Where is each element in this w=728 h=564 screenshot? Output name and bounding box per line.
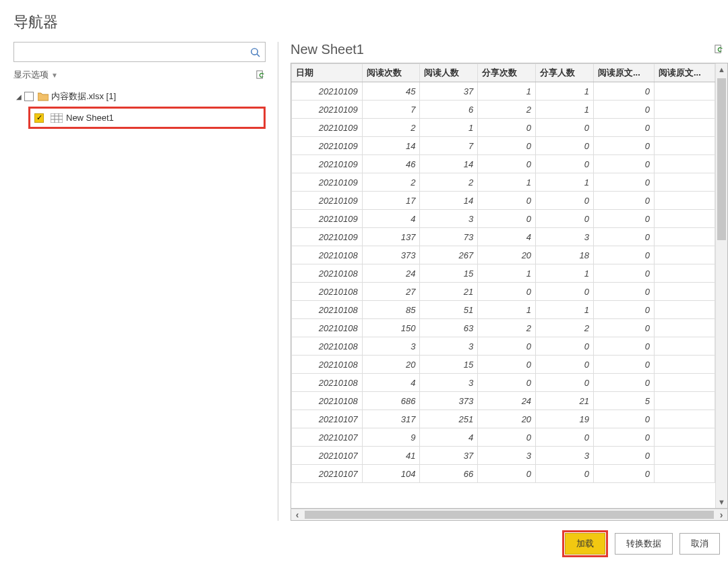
table-cell bbox=[654, 356, 715, 374]
table-cell bbox=[654, 465, 715, 483]
caret-down-icon: ◢ bbox=[16, 93, 24, 101]
table-cell: 20210109 bbox=[292, 228, 363, 246]
table-cell: 0 bbox=[478, 374, 536, 392]
table-cell: 0 bbox=[593, 228, 654, 246]
column-header[interactable]: 分享人数 bbox=[536, 64, 594, 82]
table-cell: 0 bbox=[593, 374, 654, 392]
tree-child-label: New Sheet1 bbox=[66, 113, 114, 123]
search-input[interactable] bbox=[14, 43, 245, 61]
table-cell: 19 bbox=[536, 410, 594, 428]
cancel-button[interactable]: 取消 bbox=[679, 533, 720, 555]
vertical-scrollbar[interactable]: ▲ ▼ bbox=[715, 63, 727, 508]
table-cell: 0 bbox=[593, 155, 654, 173]
table-cell: 0 bbox=[593, 465, 654, 483]
table-cell: 0 bbox=[593, 246, 654, 264]
table-cell: 3 bbox=[362, 337, 420, 356]
table-row[interactable]: 202101082415110 bbox=[292, 264, 715, 283]
checkbox-checked[interactable]: ✓ bbox=[34, 113, 44, 123]
table-row[interactable]: 2021010976210 bbox=[292, 101, 715, 119]
table-row[interactable]: 202101088551110 bbox=[292, 301, 715, 319]
horizontal-scrollbar[interactable]: ‹ › bbox=[291, 509, 728, 521]
table-row[interactable]: 2021010833000 bbox=[292, 337, 715, 356]
table-cell bbox=[654, 319, 715, 337]
table-cell: 15 bbox=[420, 356, 478, 374]
table-cell: 14 bbox=[420, 155, 478, 173]
column-header[interactable]: 阅读原文... bbox=[593, 64, 654, 82]
table-cell: 0 bbox=[478, 283, 536, 301]
table-row[interactable]: 2021010921000 bbox=[292, 119, 715, 137]
table-cell: 0 bbox=[593, 82, 654, 101]
column-header[interactable]: 分享次数 bbox=[478, 64, 536, 82]
scroll-right-icon[interactable]: › bbox=[715, 509, 727, 520]
table-row[interactable]: 2021010710466000 bbox=[292, 465, 715, 483]
table-cell: 0 bbox=[593, 283, 654, 301]
table-cell: 0 bbox=[593, 101, 654, 119]
preview-refresh-icon[interactable] bbox=[714, 45, 724, 55]
table-cell: 17 bbox=[362, 192, 420, 210]
scrollbar-thumb-h[interactable] bbox=[305, 511, 714, 519]
table-row[interactable]: 20210109147000 bbox=[292, 137, 715, 155]
display-options-dropdown[interactable]: 显示选项 ▼ bbox=[13, 69, 58, 81]
preview-title: New Sheet1 bbox=[291, 42, 364, 57]
table-cell: 2 bbox=[536, 319, 594, 337]
table-cell: 20210107 bbox=[292, 447, 363, 465]
table-cell: 20210109 bbox=[292, 173, 363, 192]
table-row[interactable]: 202101074137330 bbox=[292, 447, 715, 465]
table-cell: 1 bbox=[478, 301, 536, 319]
table-cell: 20210109 bbox=[292, 137, 363, 155]
table-row[interactable]: 2021010943000 bbox=[292, 210, 715, 228]
table-cell bbox=[654, 210, 715, 228]
scrollbar-thumb[interactable] bbox=[717, 78, 726, 240]
table-row[interactable]: 2021010794000 bbox=[292, 428, 715, 447]
scroll-down-icon[interactable]: ▼ bbox=[716, 496, 727, 508]
refresh-icon[interactable] bbox=[255, 70, 266, 80]
transform-data-button[interactable]: 转换数据 bbox=[615, 533, 673, 555]
table-cell: 0 bbox=[593, 410, 654, 428]
table-cell: 21 bbox=[420, 283, 478, 301]
table-cell: 14 bbox=[362, 137, 420, 155]
dialog-title: 导航器 bbox=[0, 0, 728, 42]
tree-child-node[interactable]: ✓ New Sheet1 bbox=[28, 107, 266, 129]
table-row[interactable]: 2021010843000 bbox=[292, 374, 715, 392]
table-row[interactable]: 2021010913773430 bbox=[292, 228, 715, 246]
tree-parent-node[interactable]: ◢ 内容数据.xlsx [1] bbox=[13, 86, 266, 107]
column-header[interactable]: 阅读人数 bbox=[420, 64, 478, 82]
column-header[interactable]: 阅读次数 bbox=[362, 64, 420, 82]
load-button[interactable]: 加载 bbox=[565, 533, 605, 555]
table-cell bbox=[654, 137, 715, 155]
tree-parent-label: 内容数据.xlsx [1] bbox=[51, 90, 116, 103]
table-cell: 0 bbox=[593, 137, 654, 155]
table-cell: 6 bbox=[420, 101, 478, 119]
table-cell: 0 bbox=[478, 465, 536, 483]
table-cell: 1 bbox=[478, 82, 536, 101]
table-row[interactable]: 2021010731725120190 bbox=[292, 410, 715, 428]
search-icon[interactable] bbox=[245, 43, 265, 61]
scroll-left-icon[interactable]: ‹ bbox=[291, 509, 303, 520]
table-row[interactable]: 202101082015000 bbox=[292, 356, 715, 374]
table-cell bbox=[654, 173, 715, 192]
table-cell: 20210109 bbox=[292, 155, 363, 173]
table-cell: 0 bbox=[536, 337, 594, 356]
scroll-up-icon[interactable]: ▲ bbox=[716, 63, 727, 76]
table-cell: 373 bbox=[420, 392, 478, 410]
table-row[interactable]: 2021010868637324215 bbox=[292, 392, 715, 410]
table-row[interactable]: 202101082721000 bbox=[292, 283, 715, 301]
table-cell: 1 bbox=[536, 264, 594, 283]
table-cell: 2 bbox=[362, 119, 420, 137]
table-row[interactable]: 2021010922110 bbox=[292, 173, 715, 192]
table-row[interactable]: 202101094614000 bbox=[292, 155, 715, 173]
table-cell bbox=[654, 283, 715, 301]
table-row[interactable]: 202101091714000 bbox=[292, 192, 715, 210]
table-cell bbox=[654, 155, 715, 173]
table-cell: 3 bbox=[420, 210, 478, 228]
table-cell: 137 bbox=[362, 228, 420, 246]
table-row[interactable]: 2021010815063220 bbox=[292, 319, 715, 337]
table-cell: 2 bbox=[478, 319, 536, 337]
checkbox-unchecked[interactable] bbox=[24, 92, 34, 101]
preview-panel: New Sheet1 日期阅读次数阅读人数分享次数分享人数阅读原文...阅读原文… bbox=[278, 42, 728, 521]
column-header[interactable]: 日期 bbox=[292, 64, 363, 82]
table-row[interactable]: 2021010837326720180 bbox=[292, 246, 715, 264]
table-cell: 14 bbox=[420, 192, 478, 210]
table-row[interactable]: 202101094537110 bbox=[292, 82, 715, 101]
column-header[interactable]: 阅读原文... bbox=[654, 64, 715, 82]
